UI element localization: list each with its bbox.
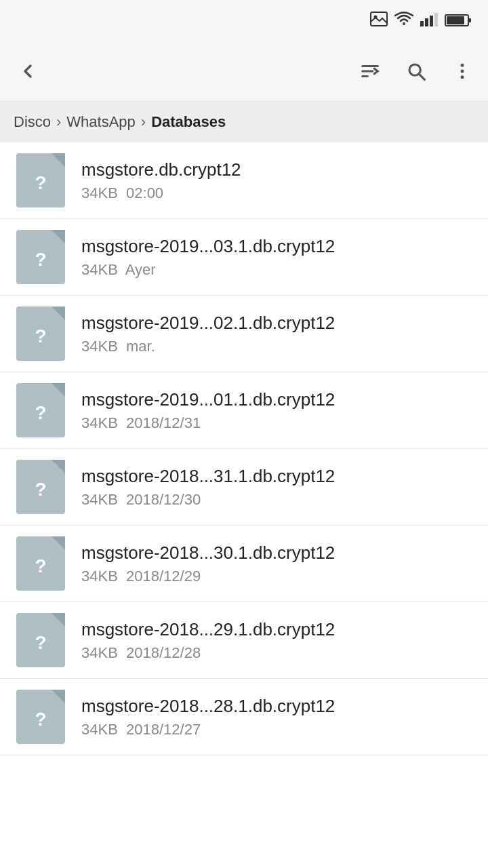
battery-icon — [445, 13, 474, 28]
svg-rect-2 — [420, 21, 424, 26]
breadcrumb-databases[interactable]: Databases — [151, 113, 226, 131]
wifi-icon — [394, 12, 413, 30]
toolbar — [0, 41, 488, 102]
svg-point-15 — [461, 69, 464, 73]
file-info: msgstore-2018...28.1.db.crypt12 34KB 201… — [81, 696, 472, 738]
file-name: msgstore.db.crypt12 — [81, 159, 472, 180]
file-info: msgstore-2018...31.1.db.crypt12 34KB 201… — [81, 466, 472, 509]
svg-rect-8 — [447, 16, 464, 24]
svg-rect-7 — [468, 18, 471, 22]
svg-point-14 — [461, 63, 464, 66]
file-icon: ? — [16, 383, 65, 437]
list-item[interactable]: ? msgstore-2018...30.1.db.crypt12 34KB 2… — [0, 526, 488, 602]
file-icon-question: ? — [35, 326, 46, 347]
file-meta: 34KB 2018/12/29 — [81, 568, 472, 585]
file-name: msgstore-2018...29.1.db.crypt12 — [81, 619, 472, 640]
file-icon-question: ? — [35, 172, 46, 194]
file-name: msgstore-2018...31.1.db.crypt12 — [81, 466, 472, 487]
breadcrumb-disco[interactable]: Disco — [14, 113, 51, 131]
file-icon-question: ? — [35, 402, 46, 424]
svg-rect-5 — [434, 13, 438, 26]
file-icon-question: ? — [35, 709, 46, 730]
file-name: msgstore-2019...03.1.db.crypt12 — [81, 236, 472, 257]
breadcrumb-sep-2: › — [141, 113, 146, 131]
svg-rect-3 — [425, 18, 428, 26]
file-name: msgstore-2018...30.1.db.crypt12 — [81, 542, 472, 564]
file-name: msgstore-2019...02.1.db.crypt12 — [81, 313, 472, 334]
list-item[interactable]: ? msgstore-2019...01.1.db.crypt12 34KB 2… — [0, 372, 488, 449]
file-name: msgstore-2019...01.1.db.crypt12 — [81, 389, 472, 410]
file-meta: 34KB Ayer — [81, 261, 472, 279]
file-icon: ? — [16, 460, 65, 514]
file-meta: 34KB mar. — [81, 338, 472, 355]
file-icon: ? — [16, 230, 65, 284]
signal-icon — [420, 12, 438, 30]
sort-button[interactable] — [355, 56, 385, 86]
status-bar — [0, 0, 488, 41]
file-info: msgstore.db.crypt12 34KB 02:00 — [81, 159, 472, 202]
list-item[interactable]: ? msgstore-2018...29.1.db.crypt12 34KB 2… — [0, 602, 488, 679]
file-icon-question: ? — [35, 632, 46, 654]
file-icon: ? — [16, 307, 65, 361]
toolbar-actions — [355, 56, 477, 86]
file-meta: 34KB 2018/12/27 — [81, 721, 472, 738]
file-meta: 34KB 2018/12/28 — [81, 644, 472, 662]
file-icon: ? — [16, 536, 65, 591]
list-item[interactable]: ? msgstore-2019...03.1.db.crypt12 34KB A… — [0, 219, 488, 296]
breadcrumb-whatsapp[interactable]: WhatsApp — [66, 113, 136, 131]
back-button[interactable] — [11, 54, 45, 88]
file-info: msgstore-2019...01.1.db.crypt12 34KB 201… — [81, 389, 472, 432]
file-list: ? msgstore.db.crypt12 34KB 02:00 ? msgst… — [0, 142, 488, 755]
file-info: msgstore-2018...30.1.db.crypt12 34KB 201… — [81, 542, 472, 585]
file-icon-question: ? — [35, 555, 46, 577]
file-meta: 34KB 02:00 — [81, 184, 472, 202]
file-info: msgstore-2018...29.1.db.crypt12 34KB 201… — [81, 619, 472, 662]
file-icon-question: ? — [35, 249, 46, 271]
image-icon — [370, 12, 388, 30]
file-name: msgstore-2018...28.1.db.crypt12 — [81, 696, 472, 717]
svg-line-13 — [419, 74, 424, 79]
file-meta: 34KB 2018/12/30 — [81, 491, 472, 509]
file-icon-question: ? — [35, 479, 46, 500]
list-item[interactable]: ? msgstore-2018...28.1.db.crypt12 34KB 2… — [0, 679, 488, 755]
status-icons — [370, 12, 474, 30]
file-icon: ? — [16, 613, 65, 667]
file-info: msgstore-2019...02.1.db.crypt12 34KB mar… — [81, 313, 472, 355]
svg-rect-4 — [430, 16, 433, 26]
list-item[interactable]: ? msgstore-2019...02.1.db.crypt12 34KB m… — [0, 296, 488, 372]
breadcrumb: Disco › WhatsApp › Databases — [0, 102, 488, 142]
file-icon: ? — [16, 153, 65, 208]
file-info: msgstore-2019...03.1.db.crypt12 34KB Aye… — [81, 236, 472, 279]
more-button[interactable] — [447, 56, 477, 86]
file-meta: 34KB 2018/12/31 — [81, 414, 472, 432]
file-icon: ? — [16, 690, 65, 744]
list-item[interactable]: ? msgstore.db.crypt12 34KB 02:00 — [0, 142, 488, 219]
search-button[interactable] — [401, 56, 431, 86]
svg-point-16 — [461, 75, 464, 79]
breadcrumb-sep-1: › — [56, 113, 61, 131]
list-item[interactable]: ? msgstore-2018...31.1.db.crypt12 34KB 2… — [0, 449, 488, 526]
